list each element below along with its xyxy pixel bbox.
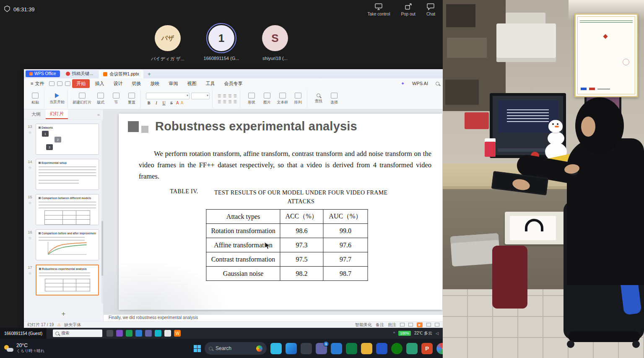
comment-button[interactable]: 批注: [388, 322, 396, 328]
app-icon-teal[interactable]: [155, 330, 161, 337]
save-icon[interactable]: [49, 81, 55, 86]
xbox-icon[interactable]: [391, 343, 402, 354]
undo-icon[interactable]: [57, 81, 62, 86]
folder-icon[interactable]: [361, 343, 372, 354]
slide-thumbnail-13[interactable]: Datasets 1 2 3: [36, 124, 99, 155]
slide-thumbnail-15[interactable]: Comparison between different models: [36, 194, 99, 225]
app-icon-green[interactable]: [126, 330, 132, 337]
pop-out-button[interactable]: Pop out: [401, 3, 415, 16]
missing-font-label[interactable]: 缺失字体: [64, 322, 81, 328]
shapes-button[interactable]: 形状: [245, 93, 258, 105]
teams-icon[interactable]: 1: [316, 343, 327, 354]
play-from-current-button[interactable]: 当页开始: [49, 93, 65, 105]
underline-button[interactable]: U: [161, 101, 167, 105]
normal-view-icon[interactable]: [400, 323, 405, 327]
ribbon-tab-design[interactable]: 设计: [109, 79, 127, 88]
font-name-select[interactable]: [146, 93, 190, 99]
sorter-view-icon[interactable]: [408, 323, 413, 327]
beautify-button[interactable]: 智能美化: [355, 322, 372, 328]
slide-thumbnail-16[interactable]: Comparison before and after improvement: [36, 229, 99, 260]
current-slide[interactable]: Robustness experimental analysis We perf…: [119, 114, 442, 310]
ribbon-tab-insert[interactable]: 插入: [91, 79, 108, 88]
task-view-icon[interactable]: [106, 330, 113, 337]
picture-button[interactable]: 图片: [261, 93, 273, 105]
ribbon-tab-tools[interactable]: 工具: [201, 79, 219, 88]
slide-thumbnail-14[interactable]: Experimental setup: [36, 159, 99, 190]
section-button[interactable]: 节: [110, 93, 122, 105]
arrange-button[interactable]: 排列: [292, 93, 304, 105]
document-tab[interactable]: 找稿关键...: [62, 70, 98, 78]
volume-icon[interactable]: ◁: [436, 331, 439, 335]
italic-button[interactable]: I: [153, 101, 159, 105]
collapse-panel-icon[interactable]: «: [97, 112, 103, 117]
find-button[interactable]: 查找: [312, 93, 325, 104]
taskbar-search[interactable]: Search: [205, 342, 267, 355]
font-size-select[interactable]: [191, 93, 210, 99]
strikethrough-button[interactable]: S: [169, 101, 174, 105]
participant[interactable]: バザ バイディガ ザ...: [147, 25, 189, 62]
speaker-notes[interactable]: Finally, we did robustness experimental …: [104, 314, 443, 321]
reset-button[interactable]: 重置: [125, 93, 138, 105]
app-icon-blue[interactable]: [135, 330, 142, 337]
participant[interactable]: S shiyuri18 (...: [254, 25, 296, 62]
tab-outline[interactable]: 大纲: [27, 110, 45, 119]
excel-icon[interactable]: [346, 343, 357, 354]
app-icon-light[interactable]: [164, 330, 171, 337]
teams-icon[interactable]: [145, 330, 152, 337]
wps-icon[interactable]: [406, 343, 418, 354]
take-control-button[interactable]: Take control: [367, 3, 390, 16]
star-icon[interactable]: ☆: [28, 130, 31, 135]
weather-indicator[interactable]: 22℃ 多云: [414, 330, 432, 336]
highlight-button[interactable]: A: [181, 101, 184, 105]
star-icon[interactable]: ☆: [28, 271, 31, 275]
ribbon-tab-slideshow[interactable]: 放映: [146, 79, 164, 88]
participant-active-speaker[interactable]: 1 1660891154 (G...: [200, 25, 242, 62]
ribbon-tab-review[interactable]: 审阅: [164, 79, 182, 88]
slideshow-play-button[interactable]: ▶: [417, 322, 423, 327]
font-color-button[interactable]: A: [176, 101, 179, 105]
add-slide-button[interactable]: +: [24, 310, 103, 318]
app-icon-purple[interactable]: [116, 330, 123, 337]
search-icon[interactable]: [436, 82, 439, 86]
slide-thumbnail-17-selected[interactable]: Robustness experimental analysis: [36, 265, 99, 296]
chat-app-icon[interactable]: [270, 343, 282, 354]
wps-taskbar-icon[interactable]: W: [174, 330, 181, 337]
align-buttons-row2[interactable]: ☰ ☰ ☰ ☰: [218, 100, 237, 104]
bold-button[interactable]: B: [146, 101, 152, 105]
pptx-tab-active[interactable]: 会议答辩1.pptx: [99, 70, 143, 78]
start-button[interactable]: [194, 345, 201, 352]
chat-button[interactable]: Chat: [426, 3, 435, 16]
ribbon-tab-view[interactable]: 视图: [183, 79, 200, 88]
weather-widget[interactable]: 20°C くもり時々晴れ: [0, 343, 44, 354]
tab-slides[interactable]: 幻灯片: [46, 109, 68, 119]
textbox-button[interactable]: 文本框: [276, 93, 289, 105]
paste-button[interactable]: 粘贴: [29, 93, 42, 105]
zoom-out-icon[interactable]: [426, 323, 431, 327]
panel-scrollbar[interactable]: [101, 120, 103, 304]
hidden-icons-chevron[interactable]: ^: [393, 331, 395, 335]
wps-office-button[interactable]: WPS Office: [26, 70, 60, 77]
align-buttons-row1[interactable]: ☰ ☰ ☰ ☰: [218, 94, 237, 98]
powerpoint-icon[interactable]: P: [421, 343, 433, 354]
outlook-icon[interactable]: [376, 343, 387, 354]
star-icon[interactable]: ☆: [28, 166, 31, 170]
zoom-in-icon[interactable]: [435, 323, 439, 327]
new-slide-button[interactable]: 新建幻灯片: [73, 93, 91, 105]
presenter-search-box[interactable]: 搜索: [53, 329, 102, 337]
ribbon-tab-member[interactable]: 会员专享: [220, 79, 247, 88]
star-icon[interactable]: ☆: [28, 201, 31, 205]
new-tab-button[interactable]: +: [145, 71, 153, 77]
select-button[interactable]: 选择: [328, 93, 340, 105]
notes-toggle-button[interactable]: 备注: [376, 322, 384, 328]
layout-button[interactable]: 版式: [94, 93, 107, 105]
ribbon-tab-home[interactable]: 开始: [72, 79, 90, 88]
file-explorer-icon[interactable]: [301, 343, 312, 354]
edge-icon[interactable]: [286, 343, 297, 354]
star-icon[interactable]: ☆: [28, 236, 31, 240]
file-menu[interactable]: ≡ 文件: [27, 80, 47, 88]
redo-icon[interactable]: [65, 81, 70, 86]
wps-toolbar: 粘贴 当页开始 新建幻灯片 版式: [24, 88, 443, 109]
ribbon-tab-transition[interactable]: 切换: [127, 79, 145, 88]
wps-ai-button[interactable]: WPS AI: [408, 80, 432, 87]
store-icon[interactable]: [331, 343, 342, 354]
